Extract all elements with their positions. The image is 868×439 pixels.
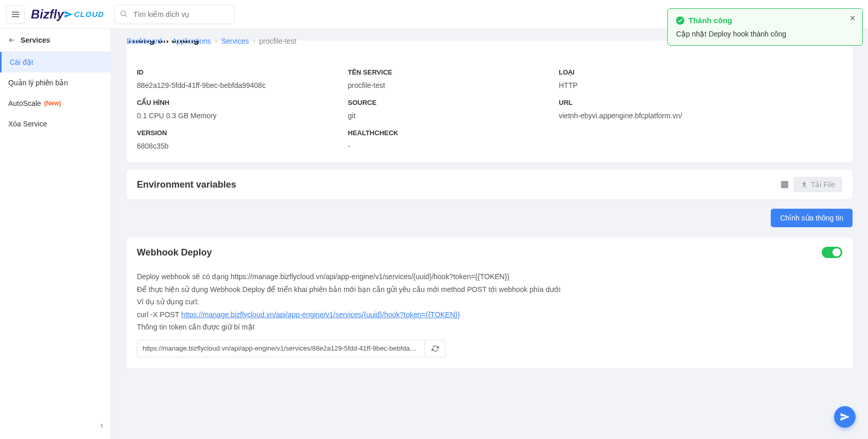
search-input[interactable] — [114, 5, 235, 24]
label-ten: TÊN SERVICE — [348, 68, 559, 76]
env-title: Environment variables — [137, 179, 236, 190]
svg-line-4 — [125, 15, 127, 16]
send-fab-button[interactable] — [834, 406, 856, 428]
logo[interactable]: Bizfly CLOUD — [31, 7, 104, 22]
chevron-left-icon — [98, 422, 105, 429]
main-content: Dashboard› Applications› Services› procf… — [111, 29, 868, 439]
webhook-refresh-button[interactable] — [425, 340, 446, 357]
env-checkbox[interactable] — [781, 181, 788, 188]
webhook-line1: Deploy webhook sẽ có dạng https://manage… — [137, 270, 842, 283]
webhook-line3: Ví dụ sử dụng curl: — [137, 296, 842, 308]
general-info-card: Thông tin chung ID88e2a129-5fdd-41ff-9be… — [127, 41, 853, 162]
webhook-title: Webhook Deploy — [137, 247, 212, 258]
webhook-line4: curl -X POST https://manage.bizflycloud.… — [137, 308, 842, 321]
value-id: 88e2a129-5fdd-41ff-9bec-bebfda99408c — [137, 81, 348, 89]
webhook-url-input[interactable] — [137, 340, 425, 357]
sidebar-item-label: Xóa Service — [8, 120, 47, 128]
webhook-example-link[interactable]: https://manage.bizflycloud.vn/api/app-en… — [181, 310, 460, 319]
sidebar-item-settings[interactable]: Cài đặt — [0, 52, 111, 72]
value-source: git — [348, 112, 559, 120]
logo-sub: CLOUD — [74, 10, 104, 19]
webhook-toggle[interactable] — [822, 247, 842, 258]
sidebar-item-autoscale[interactable]: AutoScale(New) — [0, 93, 111, 114]
sidebar-item-delete[interactable]: Xóa Service — [0, 114, 111, 134]
sidebar-item-label: AutoScale — [8, 99, 41, 107]
refresh-icon — [432, 345, 439, 352]
upload-file-button[interactable]: Tải File — [793, 177, 842, 192]
sidebar-item-label: Cài đặt — [10, 58, 33, 66]
search-icon — [119, 9, 128, 19]
value-health: - — [348, 142, 559, 150]
sidebar-item-label: Quản lý phiên bản — [8, 79, 68, 87]
menu-toggle-button[interactable] — [6, 5, 25, 24]
toast-title: Thành công — [688, 16, 732, 25]
close-icon — [849, 14, 856, 22]
label-source: SOURCE — [348, 99, 559, 106]
sidebar-collapse-button[interactable] — [98, 422, 105, 431]
label-version: VERSION — [137, 129, 348, 137]
sidebar-item-versions[interactable]: Quản lý phiên bản — [0, 72, 111, 93]
webhook-card: Webhook Deploy Deploy webhook sẽ có dạng… — [127, 237, 853, 369]
upload-btn-label: Tải File — [811, 180, 835, 189]
webhook-line5: Thông tin token cần được giữ bí mật — [137, 321, 842, 334]
value-url: vietnh-ebyvi.appengine.bfcplatform.vn/ — [559, 112, 842, 120]
label-url: URL — [559, 99, 842, 106]
value-version: 6808c35b — [137, 142, 348, 150]
hamburger-icon — [11, 11, 20, 17]
paper-plane-icon — [64, 10, 73, 19]
search-wrap — [114, 5, 235, 24]
new-badge: (New) — [44, 100, 61, 107]
value-ten: procfile-test — [348, 81, 559, 89]
check-circle-icon — [676, 16, 684, 25]
env-vars-card: Environment variables Tải File — [127, 170, 853, 199]
svg-point-3 — [121, 11, 126, 15]
sidebar: Services Cài đặt Quản lý phiên bản AutoS… — [0, 29, 111, 439]
upload-icon — [801, 181, 808, 188]
toast-body: Cập nhật Deploy hook thành công — [676, 30, 854, 38]
curl-prefix: curl -X POST — [137, 310, 181, 319]
sidebar-back[interactable]: Services — [0, 29, 111, 52]
logo-main: Bizfly — [31, 7, 64, 22]
label-id: ID — [137, 68, 348, 76]
success-toast: Thành công Cập nhật Deploy hook thành cô… — [667, 8, 863, 46]
label-loai: LOẠI — [559, 68, 842, 76]
sidebar-back-label: Services — [21, 36, 50, 44]
webhook-line2: Để thực hiện sử dụng Webhook Deploy để t… — [137, 283, 842, 296]
paper-plane-icon — [840, 412, 850, 422]
label-health: HEALTHCHECK — [348, 129, 559, 137]
edit-info-button[interactable]: Chỉnh sửa thông tin — [771, 209, 853, 227]
toast-close-button[interactable] — [849, 14, 856, 23]
arrow-left-icon — [8, 36, 15, 44]
value-cauhinh: 0.1 CPU 0.3 GB Memory — [137, 112, 348, 120]
value-loai: HTTP — [559, 81, 842, 89]
label-cauhinh: CẤU HÌNH — [137, 99, 348, 106]
